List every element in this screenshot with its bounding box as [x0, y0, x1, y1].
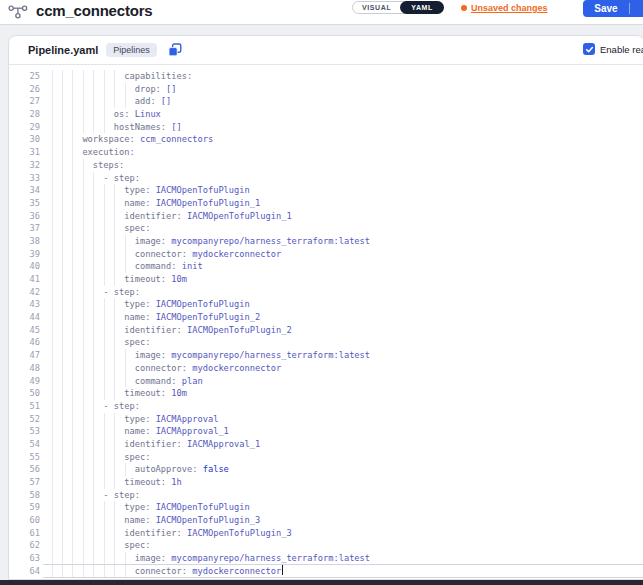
chevron-down-icon[interactable]: ▾ — [630, 0, 643, 17]
code-text: command: plan — [51, 375, 203, 388]
code-line[interactable]: 41 timeout: 10m — [9, 273, 643, 286]
code-line[interactable]: 59 type: IACMOpenTofuPlugin — [9, 501, 643, 514]
code-line[interactable]: 38 image: mycompanyrepo/harness_terrafor… — [9, 235, 643, 248]
copy-button[interactable] — [168, 43, 182, 57]
text-cursor — [282, 565, 283, 575]
code-text: connector: mydockerconnector — [51, 248, 281, 261]
code-text: identifier: IACMOpenTofuPlugin_3 — [51, 527, 292, 540]
code-text: autoApprove: false — [51, 463, 229, 476]
code-text: image: mycompanyrepo/harness_terraform:l… — [51, 349, 370, 362]
code-line[interactable]: 52 type: IACMApproval — [9, 413, 643, 426]
code-line[interactable]: 42 - step: — [9, 286, 643, 299]
code-line[interactable]: 48 connector: mydockerconnector — [9, 362, 643, 375]
code-line[interactable]: 60 name: IACMOpenTofuPlugin_3 — [9, 514, 643, 527]
check-icon — [585, 45, 594, 54]
line-number: 38 — [9, 235, 40, 248]
code-text: connector: mydockerconnector — [51, 565, 283, 578]
code-line[interactable]: 53 name: IACMApproval_1 — [9, 425, 643, 438]
code-line[interactable]: 46 spec: — [9, 336, 643, 349]
line-number: 46 — [9, 336, 40, 349]
code-line[interactable]: 28 os: Linux — [9, 108, 643, 121]
code-text: identifier: IACMOpenTofuPlugin_1 — [51, 210, 292, 223]
code-line[interactable]: 51 - step: — [9, 400, 643, 413]
line-number: 53 — [9, 425, 40, 438]
code-line[interactable]: 64 connector: mydockerconnector — [9, 565, 643, 578]
line-number: 32 — [9, 159, 40, 172]
code-line[interactable]: 31 execution: — [9, 146, 643, 159]
line-number: 56 — [9, 463, 40, 476]
code-text: image: mycompanyrepo/harness_terraform:l… — [51, 552, 370, 565]
code-line[interactable]: 61 identifier: IACMOpenTofuPlugin_3 — [9, 527, 643, 540]
line-number: 29 — [9, 121, 40, 134]
yaml-editor-panel: Pipeline.yaml Pipelines Enable read/ 25 … — [8, 35, 643, 580]
line-number: 62 — [9, 539, 40, 552]
code-text: type: IACMOpenTofuPlugin — [51, 298, 250, 311]
code-line[interactable]: 58 - step: — [9, 489, 643, 502]
toggle-visual[interactable]: VISUAL — [353, 2, 400, 13]
code-line[interactable]: 36 identifier: IACMOpenTofuPlugin_1 — [9, 210, 643, 223]
panel-header: Pipeline.yaml Pipelines Enable read/ — [9, 36, 643, 65]
line-number: 27 — [9, 95, 40, 108]
line-number: 51 — [9, 400, 40, 413]
code-text: timeout: 1h — [51, 476, 182, 489]
line-number: 36 — [9, 210, 40, 223]
enable-edit-checkbox[interactable] — [583, 43, 595, 55]
unsaved-dot-icon — [461, 5, 467, 11]
toggle-yaml[interactable]: YAML — [400, 1, 444, 14]
code-line[interactable]: 40 command: init — [9, 260, 643, 273]
code-line[interactable]: 35 name: IACMOpenTofuPlugin_1 — [9, 197, 643, 210]
code-line[interactable]: 25 capabilities: — [9, 70, 643, 83]
code-text: timeout: 10m — [51, 273, 187, 286]
line-number: 25 — [9, 70, 40, 83]
code-text: steps: — [51, 159, 124, 172]
code-line[interactable]: 27 add: [] — [9, 95, 643, 108]
line-number: 42 — [9, 286, 40, 299]
entity-type-badge: Pipelines — [106, 43, 157, 57]
code-text: image: mycompanyrepo/harness_terraform:l… — [51, 235, 370, 248]
code-line[interactable]: 44 name: IACMOpenTofuPlugin_2 — [9, 311, 643, 324]
code-text: - step: — [51, 400, 140, 413]
line-number: 43 — [9, 298, 40, 311]
code-text: name: IACMOpenTofuPlugin_3 — [51, 514, 260, 527]
unsaved-changes-link[interactable]: Unsaved changes — [461, 3, 548, 13]
code-line[interactable]: 39 connector: mydockerconnector — [9, 248, 643, 261]
yaml-code-editor[interactable]: 25 capabilities:26 drop: []27 add: []28 … — [9, 65, 643, 578]
line-number: 40 — [9, 260, 40, 273]
line-number: 60 — [9, 514, 40, 527]
code-line[interactable]: 62 spec: — [9, 539, 643, 552]
line-number: 54 — [9, 438, 40, 451]
code-line[interactable]: 55 spec: — [9, 451, 643, 464]
code-text: spec: — [51, 222, 150, 235]
code-text: add: [] — [51, 95, 171, 108]
save-button[interactable]: Save ▾ — [583, 0, 643, 17]
copy-icon — [168, 43, 182, 57]
code-text: name: IACMOpenTofuPlugin_2 — [51, 311, 260, 324]
code-line[interactable]: 50 timeout: 10m — [9, 387, 643, 400]
code-line[interactable]: 32 steps: — [9, 159, 643, 172]
code-line[interactable]: 63 image: mycompanyrepo/harness_terrafor… — [9, 552, 643, 565]
code-text: hostNames: [] — [51, 121, 182, 134]
enable-edit-label: Enable read/ — [600, 44, 643, 55]
line-number: 39 — [9, 248, 40, 261]
line-number: 33 — [9, 172, 40, 185]
line-number: 26 — [9, 83, 40, 96]
code-line[interactable]: 49 command: plan — [9, 375, 643, 388]
code-line[interactable]: 34 type: IACMOpenTofuPlugin — [9, 184, 643, 197]
pipeline-icon — [8, 4, 28, 20]
code-line[interactable]: 45 identifier: IACMOpenTofuPlugin_2 — [9, 324, 643, 337]
code-line[interactable]: 37 spec: — [9, 222, 643, 235]
unsaved-changes-label: Unsaved changes — [471, 3, 548, 13]
code-line[interactable]: 33 - step: — [9, 172, 643, 185]
code-line[interactable]: 54 identifier: IACMApproval_1 — [9, 438, 643, 451]
code-line[interactable]: 47 image: mycompanyrepo/harness_terrafor… — [9, 349, 643, 362]
code-line[interactable]: 29 hostNames: [] — [9, 121, 643, 134]
code-line[interactable]: 56 autoApprove: false — [9, 463, 643, 476]
line-number: 61 — [9, 527, 40, 540]
code-line[interactable]: 30 workspace: ccm_connectors — [9, 133, 643, 146]
page-title: ccm_connectors — [36, 0, 152, 24]
code-line[interactable]: 26 drop: [] — [9, 83, 643, 96]
code-line[interactable]: 43 type: IACMOpenTofuPlugin — [9, 298, 643, 311]
line-number: 52 — [9, 413, 40, 426]
code-text: spec: — [51, 539, 150, 552]
code-line[interactable]: 57 timeout: 1h — [9, 476, 643, 489]
